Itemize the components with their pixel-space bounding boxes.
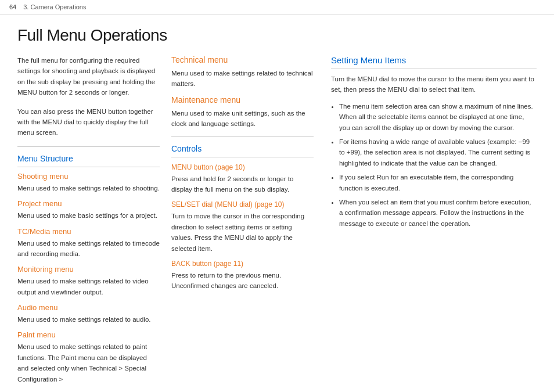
page-number: 64: [9, 3, 16, 10]
menu-item-tcmedia: TC/Media menu Menu used to make settings…: [17, 227, 160, 260]
breadcrumb: 3. Camera Operations: [23, 3, 86, 10]
page-title: Full Menu Operations: [17, 26, 537, 45]
technical-menu-section: Technical menu Menu used to make setting…: [171, 55, 314, 89]
technical-menu-desc: Menu used to make settings related to te…: [171, 68, 314, 89]
audio-menu-desc: Menu used to make settings related to au…: [17, 314, 160, 325]
menu-item-shooting: Shooting menu Menu used to make settings…: [17, 172, 160, 193]
controls-section: Controls MENU button (page 10) Press and…: [171, 144, 314, 292]
shooting-menu-title: Shooting menu: [17, 172, 160, 181]
sel-set-title: SEL/SET dial (MENU dial) (page 10): [171, 200, 314, 208]
bullet-3: If you select Run for an executable item…: [339, 172, 537, 193]
sel-set-desc: Turn to move the cursor in the correspon…: [171, 211, 314, 254]
menu-item-monitoring: Monitoring menu Menu used to make settin…: [17, 265, 160, 297]
paint-menu-desc: Menu used to make settings related to pa…: [17, 341, 160, 384]
divider-1: [17, 146, 160, 147]
maintenance-menu-title: Maintenance menu: [171, 95, 314, 105]
technical-menu-title: Technical menu: [171, 55, 314, 64]
shooting-menu-desc: Menu used to make settings related to sh…: [17, 183, 160, 193]
setting-menu-items-heading: Setting Menu Items: [331, 55, 537, 69]
intro-para2: You can also press the MENU button toget…: [17, 106, 160, 138]
maintenance-menu-section: Maintenance menu Menu used to make unit …: [171, 95, 314, 130]
controls-heading: Controls: [171, 144, 314, 157]
back-button-section: BACK button (page 11) Press to return to…: [171, 260, 314, 292]
bullet-1: The menu item selection area can show a …: [339, 101, 537, 133]
tcmedia-menu-title: TC/Media menu: [17, 227, 160, 236]
menu-item-project: Project menu Menu used to make basic set…: [17, 199, 160, 221]
column-2: Technical menu Menu used to make setting…: [171, 55, 314, 390]
bullet-4: When you select an item that you must co…: [339, 197, 537, 229]
tcmedia-menu-desc: Menu used to make settings related to ti…: [17, 238, 160, 260]
menu-button-desc: Press and hold for 2 seconds or longer t…: [171, 174, 314, 195]
top-bar: 64 3. Camera Operations: [0, 0, 554, 15]
menu-item-paint: Paint menu Menu used to make settings re…: [17, 330, 160, 384]
main-content: Full Menu Operations The full menu for c…: [0, 15, 554, 392]
divider-2: [171, 136, 314, 137]
sel-set-section: SEL/SET dial (MENU dial) (page 10) Turn …: [171, 200, 314, 254]
setting-menu-bullets: The menu item selection area can show a …: [331, 101, 537, 229]
menu-structure-heading: Menu Structure: [17, 154, 160, 167]
column-1: The full menu for configuring the requir…: [17, 55, 160, 390]
menu-item-audio: Audio menu Menu used to make settings re…: [17, 303, 160, 325]
monitoring-menu-title: Monitoring menu: [17, 265, 160, 274]
audio-menu-title: Audio menu: [17, 303, 160, 312]
back-button-title: BACK button (page 11): [171, 260, 314, 268]
column-3: Setting Menu Items Turn the MENU dial to…: [325, 55, 537, 390]
bullet-2: For items having a wide range of availab…: [339, 136, 537, 168]
content-grid: The full menu for configuring the requir…: [17, 55, 537, 390]
monitoring-menu-desc: Menu used to make settings related to vi…: [17, 276, 160, 297]
paint-menu-title: Paint menu: [17, 330, 160, 339]
menu-button-title: MENU button (page 10): [171, 163, 314, 171]
maintenance-menu-desc: Menu used to make unit settings, such as…: [171, 108, 314, 130]
project-menu-desc: Menu used to make basic settings for a p…: [17, 210, 160, 221]
back-button-desc: Press to return to the previous menu. Un…: [171, 270, 314, 292]
setting-menu-intro: Turn the MENU dial to move the cursor to…: [331, 74, 537, 95]
project-menu-title: Project menu: [17, 199, 160, 208]
menu-button-section: MENU button (page 10) Press and hold for…: [171, 163, 314, 195]
intro-para1: The full menu for configuring the requir…: [17, 55, 160, 98]
